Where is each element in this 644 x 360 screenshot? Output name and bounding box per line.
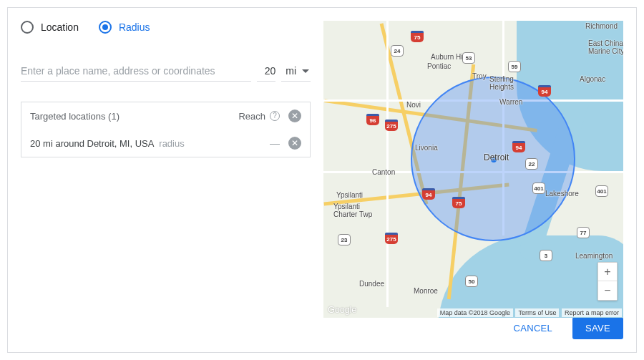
city-label: Novi: [406, 101, 421, 109]
radio-icon: [99, 21, 112, 34]
city-label: Leamington: [575, 252, 613, 260]
city-label: Monroe: [414, 287, 438, 295]
city-label: Algonac: [580, 75, 605, 83]
city-label: Lakeshore: [545, 190, 579, 198]
chevron-down-icon: [302, 69, 309, 73]
route-shield: 401: [532, 183, 545, 194]
targeted-title: Targeted locations (1): [30, 111, 238, 122]
location-targeting-panel: Location Radius mi Targeted locations (1…: [7, 7, 637, 353]
report-link[interactable]: Report a map error: [562, 308, 622, 317]
city-label: Livonia: [415, 144, 438, 152]
reach-column: Reach ?: [238, 111, 280, 122]
targeted-item-desc: 20 mi around Detroit, MI, USA radius: [30, 138, 270, 149]
radio-radius[interactable]: Radius: [99, 21, 150, 34]
targeting-mode-radios: Location Radius: [21, 21, 311, 34]
map-data-text: Map data ©2018 Google: [437, 308, 513, 317]
route-shield: 22: [525, 158, 538, 170]
route-shield: 50: [465, 276, 478, 287]
city-label: Canton: [372, 168, 395, 176]
route-shield: 59: [508, 61, 521, 72]
route-shield: 75: [411, 31, 424, 42]
route-shield: 53: [462, 52, 475, 64]
city-label: SterlingHeights: [489, 75, 514, 91]
reach-label: Reach: [238, 111, 265, 122]
help-icon[interactable]: ?: [270, 111, 280, 121]
targeted-item-text: 20 mi around Detroit, MI, USA: [30, 138, 154, 149]
city-label: Dundee: [359, 280, 384, 288]
targeted-item-suffix: radius: [159, 138, 184, 149]
city-label: Detroit: [484, 152, 509, 162]
route-shield: 96: [366, 114, 379, 125]
route-shield: 94: [422, 188, 435, 200]
map[interactable]: RichmondEast ChinaMarine CityAlgonacAubu…: [323, 21, 623, 318]
google-logo: Google: [328, 304, 356, 315]
zoom-control: + −: [597, 262, 618, 301]
right-column: RichmondEast ChinaMarine CityAlgonacAubu…: [323, 21, 623, 308]
city-label: Richmond: [585, 22, 618, 30]
city-label: Warren: [499, 98, 522, 106]
radio-location[interactable]: Location: [21, 21, 79, 34]
place-input[interactable]: [21, 61, 251, 82]
route-shield: 24: [391, 45, 404, 57]
radius-value-input[interactable]: [257, 61, 275, 82]
cancel-button[interactable]: CANCEL: [501, 317, 566, 339]
save-button[interactable]: SAVE: [572, 317, 623, 339]
zoom-out-button[interactable]: −: [598, 281, 617, 300]
terms-link[interactable]: Terms of Use: [515, 308, 559, 317]
targeted-item-reach: —: [270, 137, 280, 149]
radio-icon: [21, 21, 34, 34]
route-shield: 3: [540, 250, 552, 261]
city-label: Pontiac: [427, 62, 451, 70]
route-shield: 275: [385, 120, 398, 131]
unit-label: mi: [286, 65, 296, 77]
route-shield: 94: [538, 85, 551, 97]
clear-all-icon[interactable]: ✕: [288, 110, 301, 122]
place-input-row: mi: [21, 61, 311, 82]
city-label: East ChinaMarine City: [588, 39, 623, 55]
route-shield: 23: [338, 234, 351, 245]
left-column: Location Radius mi Targeted locations (1…: [21, 21, 311, 308]
city-label: Ypsilanti: [336, 191, 363, 199]
main-row: Location Radius mi Targeted locations (1…: [21, 21, 623, 308]
map-attribution: Map data ©2018 Google Terms of Use Repor…: [436, 309, 622, 316]
unit-select[interactable]: mi: [281, 61, 311, 82]
city-label: YpsilantiCharter Twp: [333, 203, 372, 218]
radio-radius-label: Radius: [119, 21, 150, 33]
zoom-in-button[interactable]: +: [598, 263, 617, 281]
targeted-header: Targeted locations (1) Reach ? ✕: [21, 102, 310, 130]
route-shield: 94: [512, 141, 525, 152]
radio-location-label: Location: [41, 21, 79, 33]
route-shield: 401: [595, 185, 608, 197]
targeted-locations-box: Targeted locations (1) Reach ? ✕ 20 mi a…: [21, 102, 311, 157]
targeted-item: 20 mi around Detroit, MI, USA radius — ✕: [21, 130, 310, 157]
city-label: Troy: [472, 72, 487, 80]
route-shield: 77: [577, 227, 590, 238]
route-shield: 75: [452, 197, 465, 208]
route-shield: 275: [385, 233, 398, 244]
remove-item-icon[interactable]: ✕: [288, 137, 301, 150]
